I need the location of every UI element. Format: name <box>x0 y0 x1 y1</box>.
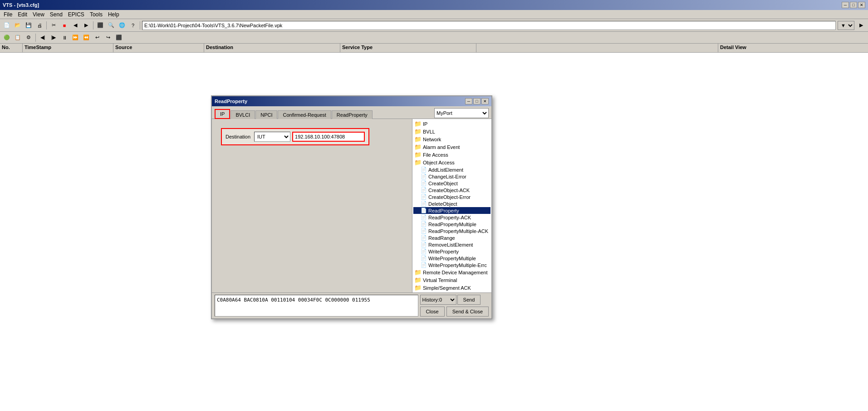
dialog-minimize[interactable]: ─ <box>465 98 472 104</box>
tree-item[interactable]: 📄RemoveListElement <box>413 241 490 248</box>
tree-item[interactable]: 📁Virtual Terminal <box>413 276 490 284</box>
menu-epics[interactable]: EPICS <box>65 10 87 19</box>
dialog-titlebar: ReadProperty ─ □ ✕ <box>212 96 491 106</box>
filter-btn[interactable]: 🔍 <box>106 20 116 30</box>
tab-npci[interactable]: NPCI <box>255 110 277 119</box>
tree-item[interactable]: 📄ReadRange <box>413 234 490 241</box>
open-btn[interactable]: 📂 <box>13 20 23 30</box>
tb2-btn6[interactable]: ⏸ <box>59 33 69 43</box>
toolbar-2: 🟢 📋 ⚙ ◀| |▶ ⏸ ⏩ ⏪ ↩ ↪ ⬛ <box>0 32 868 44</box>
tab-ip[interactable]: IP <box>215 109 230 119</box>
tb2-btn9[interactable]: ↩ <box>92 33 102 43</box>
stop-btn[interactable]: ■ <box>59 20 69 30</box>
help-btn[interactable]: ? <box>128 20 138 30</box>
dialog-close[interactable]: ✕ <box>481 98 489 104</box>
col-header-src: Source <box>113 44 204 52</box>
tree-item[interactable]: 📄AddListElement <box>413 166 490 173</box>
tab-readproperty[interactable]: ReadProperty <box>332 110 373 119</box>
go-btn[interactable]: ▶ <box>856 20 866 30</box>
col-header-dst: Destination <box>204 44 340 52</box>
tree-item[interactable]: 📄WriteProperty <box>413 248 490 255</box>
menu-file[interactable]: File <box>1 10 15 19</box>
sep4 <box>35 34 36 42</box>
tb2-btn4[interactable]: ◀| <box>38 33 48 43</box>
tree-item[interactable]: 📄ChangeList-Error <box>413 173 490 180</box>
cut-btn[interactable]: ✂ <box>49 20 59 30</box>
dialog-tree-panel: 📁IP📁BVLL📁Network📁Alarm and Event📁File Ac… <box>412 119 491 292</box>
tree-item[interactable]: 📄ReadProperty-ACK <box>413 214 490 221</box>
tree-item[interactable]: 📁Simple/Segment ACK <box>413 284 490 292</box>
title-bar: VTS - [vts3.cfg] ─ □ ✕ <box>0 0 868 10</box>
destination-ip-input[interactable] <box>292 132 365 142</box>
tb2-btn7[interactable]: ⏩ <box>70 33 80 43</box>
close-button[interactable]: Close <box>420 307 445 317</box>
action-row: Close Send & Close <box>420 307 489 317</box>
network-btn[interactable]: 🌐 <box>117 20 127 30</box>
sep1 <box>46 21 47 30</box>
tree-item[interactable]: 📄WritePropertyMultiple <box>413 255 490 262</box>
tree-item[interactable]: 📄CreateObject <box>413 180 490 187</box>
tree-item[interactable]: 📁File Access <box>413 151 490 158</box>
tb2-btn5[interactable]: |▶ <box>49 33 59 43</box>
destination-type-select[interactable]: IUT <box>254 132 290 142</box>
tab-confirmed-request[interactable]: Confirmed-Request <box>278 110 331 119</box>
send-close-button[interactable]: Send & Close <box>446 307 489 317</box>
tb2-btn10[interactable]: ↪ <box>103 33 113 43</box>
dialog-maximize[interactable]: □ <box>473 98 481 104</box>
tb2-btn2[interactable]: 📋 <box>13 33 23 43</box>
tree-item[interactable]: 📁Remote Device Management <box>413 268 490 276</box>
capture-btn[interactable]: ⬛ <box>95 20 105 30</box>
col-header-detail: Detail View <box>718 44 868 52</box>
tree-item[interactable]: 📁BVLL <box>413 128 490 135</box>
bottom-right-actions: History:0 Send Close Send & Close <box>420 295 489 317</box>
minimize-button[interactable]: ─ <box>842 2 849 8</box>
menu-send[interactable]: Send <box>47 10 65 19</box>
dialog-left-panel: Destination IUT <box>212 119 412 292</box>
new-btn[interactable]: 📄 <box>2 20 12 30</box>
address-input[interactable] <box>142 21 836 30</box>
tb2-btn11[interactable]: ⬛ <box>114 33 124 43</box>
dialog-title: ReadProperty <box>215 99 247 104</box>
col-header-no: No. <box>0 44 23 52</box>
tab-bvlci[interactable]: BVLCI <box>230 110 255 119</box>
save-btn[interactable]: 💾 <box>24 20 34 30</box>
maximize-button[interactable]: □ <box>850 2 857 8</box>
menu-edit[interactable]: Edit <box>15 10 30 19</box>
menu-bar: File Edit View Send EPICS Tools Help <box>0 10 868 19</box>
port-selector[interactable]: MyPort <box>434 108 489 118</box>
dialog-controls: ─ □ ✕ <box>465 98 489 104</box>
address-dropdown[interactable]: ▼ <box>838 21 854 30</box>
print-btn[interactable]: 🖨 <box>34 20 44 30</box>
close-button[interactable]: ✕ <box>858 2 865 8</box>
tree-item[interactable]: 📄ReadPropertyMultiple <box>413 221 490 228</box>
tree-item[interactable]: 📄CreateObject-ACK <box>413 187 490 193</box>
dialog-bottom: C0A80A64 BAC0810A 00110104 00034F0C 0C00… <box>212 292 491 318</box>
menu-view[interactable]: View <box>30 10 47 19</box>
dialog-tabs: IP BVLCI NPCI Confirmed-Request ReadProp… <box>215 109 373 119</box>
tree-item[interactable]: 📁Alarm and Event <box>413 143 490 151</box>
history-row: History:0 Send <box>420 295 489 305</box>
send-button[interactable]: Send <box>457 295 481 305</box>
tree-item[interactable]: 📄DeleteObject <box>413 200 490 207</box>
tree-item[interactable]: 📁Object Access <box>413 158 490 166</box>
sep2 <box>93 21 93 30</box>
forward-btn[interactable]: ▶ <box>81 20 91 30</box>
tree-item[interactable]: 📁Network <box>413 135 490 143</box>
menu-help[interactable]: Help <box>105 10 122 19</box>
tb2-btn1[interactable]: 🟢 <box>2 33 12 43</box>
tree-item[interactable]: 📄ReadPropertyMultiple-ACK <box>413 228 490 234</box>
col-header-svc: Service Type <box>340 44 476 52</box>
tree-item[interactable]: 📄WritePropertyMultiple-Errc <box>413 262 490 268</box>
tb2-btn3[interactable]: ⚙ <box>24 33 34 43</box>
tree-item[interactable]: 📄CreateObject-Error <box>413 193 490 200</box>
back-btn[interactable]: ◀ <box>70 20 80 30</box>
tb2-btn8[interactable]: ⏪ <box>81 33 91 43</box>
col-header-rest <box>476 44 718 52</box>
app-title: VTS - [vts3.cfg] <box>3 2 39 8</box>
tree-item[interactable]: 📄ReadProperty <box>413 207 490 214</box>
address-bar: ▼ ▶ <box>142 20 866 30</box>
menu-tools[interactable]: Tools <box>87 10 105 19</box>
sep3 <box>140 21 140 30</box>
history-select[interactable]: History:0 <box>420 295 456 305</box>
tree-item[interactable]: 📁IP <box>413 120 490 128</box>
